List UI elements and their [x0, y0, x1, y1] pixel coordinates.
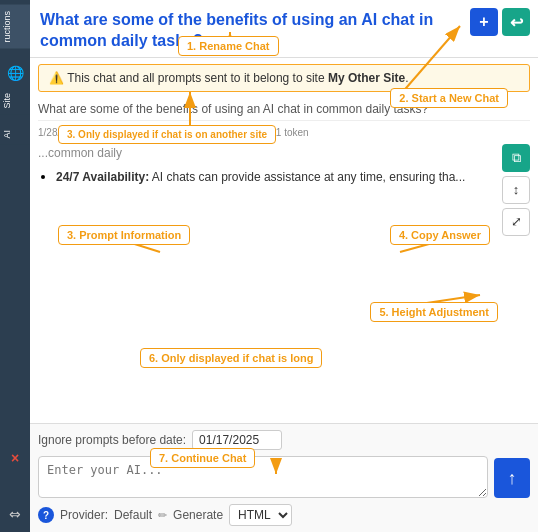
- help-button[interactable]: ?: [38, 507, 54, 523]
- response-actions: ⧉ ↕ ⤢: [502, 144, 530, 236]
- send-button[interactable]: ↑: [494, 458, 530, 498]
- ignore-date-label: Ignore prompts before date:: [38, 433, 186, 447]
- sidebar-section-ai: AI: [0, 124, 30, 145]
- ignore-date-input[interactable]: [192, 430, 282, 450]
- provider-label: Provider:: [60, 508, 108, 522]
- sidebar-section-site: 🌐 Site: [0, 59, 30, 115]
- chat-meta: 1/28/2025 11:31 AM EST · lcarter@marketp…: [38, 125, 530, 144]
- header-buttons: + ↩: [470, 8, 530, 36]
- copy-answer-button[interactable]: ⧉: [502, 144, 530, 172]
- warning-site-name: My Other Site: [328, 71, 405, 85]
- chat-response-partial: ...common daily: [38, 144, 480, 162]
- generate-select[interactable]: HTML: [229, 504, 292, 526]
- scroll-hint: [38, 186, 530, 194]
- chat-history-button[interactable]: ↩: [502, 8, 530, 36]
- expand-button[interactable]: ⤢: [502, 208, 530, 236]
- chat-header: What are some of the benefits of using a…: [30, 0, 538, 58]
- chat-response-text: 24/7 Availability: AI chats can provide …: [56, 168, 480, 186]
- chat-input-row: ↑: [38, 456, 530, 498]
- sidebar-close-button[interactable]: ×: [0, 446, 30, 470]
- chat-messages[interactable]: What are some of the benefits of using a…: [30, 98, 538, 423]
- chat-prompt: What are some of the benefits of using a…: [38, 98, 530, 121]
- chat-response: ...common daily ⧉ ↕ ⤢ 24/7 Availability:…: [38, 144, 530, 186]
- footer-row: ? Provider: Default ✏ Generate HTML: [38, 504, 530, 526]
- main-container: ructions 🌐 Site AI × ⇔ What are some of …: [0, 0, 538, 532]
- bottom-controls: Ignore prompts before date: ↑ ? Provider…: [30, 423, 538, 532]
- sidebar-label-ai[interactable]: AI: [0, 124, 30, 145]
- sidebar-section-instructions: ructions: [0, 5, 30, 49]
- warning-period: .: [405, 71, 408, 85]
- ignore-date-row: Ignore prompts before date:: [38, 430, 530, 450]
- height-adjust-button[interactable]: ↕: [502, 176, 530, 204]
- generate-label: Generate: [173, 508, 223, 522]
- warning-text: This chat and all prompts sent to it bel…: [67, 71, 328, 85]
- warning-icon: ⚠️: [49, 71, 64, 85]
- provider-edit-icon[interactable]: ✏: [158, 509, 167, 522]
- sidebar: ructions 🌐 Site AI × ⇔: [0, 0, 30, 532]
- chat-title: What are some of the benefits of using a…: [40, 10, 528, 52]
- warning-bar: ⚠️ This chat and all prompts sent to it …: [38, 64, 530, 92]
- sidebar-expand-icon[interactable]: ⇔: [1, 500, 29, 528]
- content-area: What are some of the benefits of using a…: [30, 0, 538, 532]
- provider-value: Default: [114, 508, 152, 522]
- sidebar-label-instructions[interactable]: ructions: [0, 5, 30, 49]
- sidebar-globe-icon[interactable]: 🌐: [1, 59, 29, 87]
- sidebar-label-site[interactable]: Site: [0, 87, 30, 115]
- new-chat-button[interactable]: +: [470, 8, 498, 36]
- chat-input[interactable]: [38, 456, 488, 498]
